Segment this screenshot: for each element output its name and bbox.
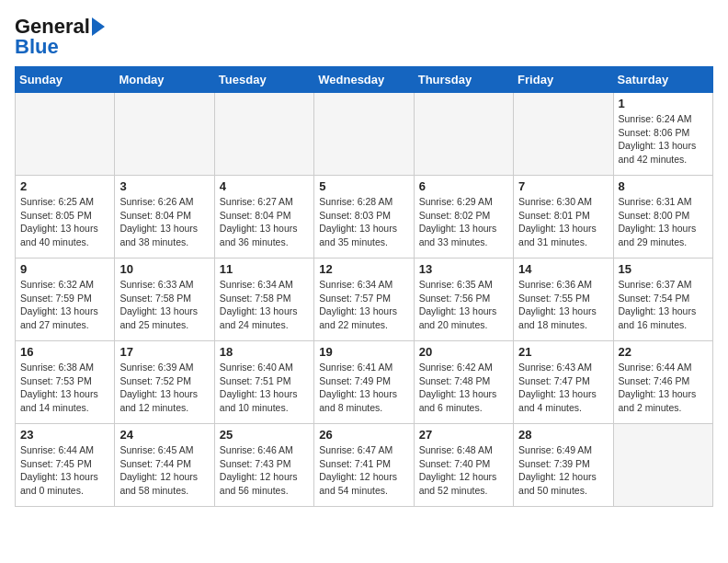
logo-text-blue: Blue <box>15 35 59 59</box>
day-info: Sunrise: 6:44 AM Sunset: 7:46 PM Dayligh… <box>619 361 708 415</box>
day-info: Sunrise: 6:44 AM Sunset: 7:45 PM Dayligh… <box>20 443 109 498</box>
column-header-sunday: Sunday <box>16 67 115 93</box>
day-number: 24 <box>119 428 209 442</box>
day-number: 25 <box>220 428 309 442</box>
day-number: 14 <box>518 262 608 276</box>
day-info: Sunrise: 6:39 AM Sunset: 7:52 PM Dayligh… <box>119 361 209 415</box>
day-number: 27 <box>419 428 508 442</box>
day-number: 11 <box>220 262 309 276</box>
day-info: Sunrise: 6:28 AM Sunset: 8:03 PM Dayligh… <box>319 195 408 249</box>
day-info: Sunrise: 6:24 AM Sunset: 8:06 PM Dayligh… <box>619 112 708 167</box>
day-number: 12 <box>319 262 408 276</box>
day-info: Sunrise: 6:26 AM Sunset: 8:04 PM Dayligh… <box>119 195 209 249</box>
week-row-1: 2Sunrise: 6:25 AM Sunset: 8:05 PM Daylig… <box>16 176 713 259</box>
calendar-cell: 18Sunrise: 6:40 AM Sunset: 7:51 PM Dayli… <box>214 341 313 424</box>
calendar-cell: 14Sunrise: 6:36 AM Sunset: 7:55 PM Dayli… <box>514 259 613 341</box>
calendar-cell: 12Sunrise: 6:34 AM Sunset: 7:57 PM Dayli… <box>314 259 414 341</box>
calendar-cell: 17Sunrise: 6:39 AM Sunset: 7:52 PM Dayli… <box>115 341 214 424</box>
logo-arrow-icon <box>92 17 105 36</box>
logo: General Blue <box>15 15 105 59</box>
calendar-cell: 7Sunrise: 6:30 AM Sunset: 8:01 PM Daylig… <box>514 176 613 259</box>
day-number: 15 <box>619 262 708 276</box>
day-number: 1 <box>619 97 708 110</box>
day-info: Sunrise: 6:48 AM Sunset: 7:40 PM Dayligh… <box>419 443 508 498</box>
calendar-cell <box>214 93 313 176</box>
day-info: Sunrise: 6:34 AM Sunset: 7:58 PM Dayligh… <box>220 278 309 332</box>
day-number: 13 <box>419 262 508 276</box>
day-number: 7 <box>518 179 608 193</box>
day-info: Sunrise: 6:35 AM Sunset: 7:56 PM Dayligh… <box>419 278 508 332</box>
day-number: 19 <box>319 345 408 359</box>
page-header: General Blue <box>15 15 713 59</box>
calendar-cell <box>514 93 613 176</box>
calendar-cell <box>613 424 712 507</box>
day-number: 3 <box>119 179 209 193</box>
day-number: 2 <box>20 179 109 193</box>
week-row-0: 1Sunrise: 6:24 AM Sunset: 8:06 PM Daylig… <box>16 93 713 176</box>
day-info: Sunrise: 6:27 AM Sunset: 8:04 PM Dayligh… <box>220 195 309 249</box>
calendar-cell: 5Sunrise: 6:28 AM Sunset: 8:03 PM Daylig… <box>314 176 414 259</box>
day-number: 4 <box>220 179 309 193</box>
calendar-cell: 19Sunrise: 6:41 AM Sunset: 7:49 PM Dayli… <box>314 341 414 424</box>
day-info: Sunrise: 6:38 AM Sunset: 7:53 PM Dayligh… <box>20 361 109 415</box>
day-info: Sunrise: 6:29 AM Sunset: 8:02 PM Dayligh… <box>419 195 508 249</box>
calendar-cell: 24Sunrise: 6:45 AM Sunset: 7:44 PM Dayli… <box>115 424 214 507</box>
week-row-3: 16Sunrise: 6:38 AM Sunset: 7:53 PM Dayli… <box>16 341 713 424</box>
day-number: 9 <box>20 262 109 276</box>
calendar-cell: 6Sunrise: 6:29 AM Sunset: 8:02 PM Daylig… <box>414 176 513 259</box>
day-info: Sunrise: 6:32 AM Sunset: 7:59 PM Dayligh… <box>20 278 109 332</box>
day-number: 5 <box>319 179 408 193</box>
day-info: Sunrise: 6:36 AM Sunset: 7:55 PM Dayligh… <box>518 278 608 332</box>
calendar-cell: 28Sunrise: 6:49 AM Sunset: 7:39 PM Dayli… <box>514 424 613 507</box>
day-info: Sunrise: 6:43 AM Sunset: 7:47 PM Dayligh… <box>518 361 608 415</box>
day-number: 6 <box>419 179 508 193</box>
calendar-cell: 27Sunrise: 6:48 AM Sunset: 7:40 PM Dayli… <box>414 424 513 507</box>
calendar-cell <box>414 93 513 176</box>
day-number: 21 <box>518 345 608 359</box>
day-number: 17 <box>119 345 209 359</box>
week-row-2: 9Sunrise: 6:32 AM Sunset: 7:59 PM Daylig… <box>16 259 713 341</box>
calendar-cell: 21Sunrise: 6:43 AM Sunset: 7:47 PM Dayli… <box>514 341 613 424</box>
day-info: Sunrise: 6:41 AM Sunset: 7:49 PM Dayligh… <box>319 361 408 415</box>
calendar-cell: 16Sunrise: 6:38 AM Sunset: 7:53 PM Dayli… <box>16 341 115 424</box>
day-number: 16 <box>20 345 109 359</box>
day-info: Sunrise: 6:30 AM Sunset: 8:01 PM Dayligh… <box>518 195 608 249</box>
day-info: Sunrise: 6:25 AM Sunset: 8:05 PM Dayligh… <box>20 195 109 249</box>
calendar-cell: 10Sunrise: 6:33 AM Sunset: 7:58 PM Dayli… <box>115 259 214 341</box>
calendar-cell: 11Sunrise: 6:34 AM Sunset: 7:58 PM Dayli… <box>214 259 313 341</box>
day-info: Sunrise: 6:37 AM Sunset: 7:54 PM Dayligh… <box>619 278 708 332</box>
day-number: 10 <box>119 262 209 276</box>
calendar-cell: 1Sunrise: 6:24 AM Sunset: 8:06 PM Daylig… <box>613 93 712 176</box>
day-info: Sunrise: 6:34 AM Sunset: 7:57 PM Dayligh… <box>319 278 408 332</box>
column-header-thursday: Thursday <box>414 67 513 93</box>
calendar-cell: 20Sunrise: 6:42 AM Sunset: 7:48 PM Dayli… <box>414 341 513 424</box>
day-info: Sunrise: 6:46 AM Sunset: 7:43 PM Dayligh… <box>220 443 309 498</box>
day-info: Sunrise: 6:40 AM Sunset: 7:51 PM Dayligh… <box>220 361 309 415</box>
day-number: 28 <box>518 428 608 442</box>
calendar-header-row: SundayMondayTuesdayWednesdayThursdayFrid… <box>16 67 713 93</box>
day-info: Sunrise: 6:42 AM Sunset: 7:48 PM Dayligh… <box>419 361 508 415</box>
day-info: Sunrise: 6:33 AM Sunset: 7:58 PM Dayligh… <box>119 278 209 332</box>
calendar-cell: 23Sunrise: 6:44 AM Sunset: 7:45 PM Dayli… <box>16 424 115 507</box>
day-number: 8 <box>619 179 708 193</box>
day-number: 23 <box>20 428 109 442</box>
calendar-cell <box>314 93 414 176</box>
calendar-cell: 26Sunrise: 6:47 AM Sunset: 7:41 PM Dayli… <box>314 424 414 507</box>
calendar-cell: 8Sunrise: 6:31 AM Sunset: 8:00 PM Daylig… <box>613 176 712 259</box>
calendar-cell: 22Sunrise: 6:44 AM Sunset: 7:46 PM Dayli… <box>613 341 712 424</box>
calendar-cell: 9Sunrise: 6:32 AM Sunset: 7:59 PM Daylig… <box>16 259 115 341</box>
column-header-saturday: Saturday <box>613 67 712 93</box>
calendar-cell: 3Sunrise: 6:26 AM Sunset: 8:04 PM Daylig… <box>115 176 214 259</box>
column-header-friday: Friday <box>514 67 613 93</box>
column-header-monday: Monday <box>115 67 214 93</box>
calendar-cell <box>16 93 115 176</box>
day-info: Sunrise: 6:31 AM Sunset: 8:00 PM Dayligh… <box>619 195 708 249</box>
calendar-cell: 4Sunrise: 6:27 AM Sunset: 8:04 PM Daylig… <box>214 176 313 259</box>
calendar-cell: 2Sunrise: 6:25 AM Sunset: 8:05 PM Daylig… <box>16 176 115 259</box>
day-number: 22 <box>619 345 708 359</box>
day-number: 20 <box>419 345 508 359</box>
calendar-cell: 13Sunrise: 6:35 AM Sunset: 7:56 PM Dayli… <box>414 259 513 341</box>
calendar-table: SundayMondayTuesdayWednesdayThursdayFrid… <box>15 66 713 507</box>
calendar-cell: 15Sunrise: 6:37 AM Sunset: 7:54 PM Dayli… <box>613 259 712 341</box>
column-header-wednesday: Wednesday <box>314 67 414 93</box>
